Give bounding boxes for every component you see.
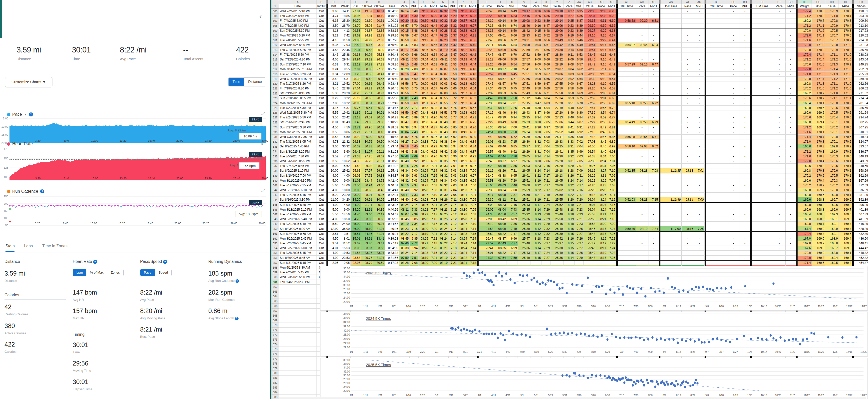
cell-BH-315[interactable]: - [740, 57, 750, 62]
cell-AS-346[interactable] [660, 207, 681, 212]
cell-M-320[interactable]: 6.66 [429, 81, 438, 86]
hidden-column-divider[interactable] [327, 260, 328, 265]
hidden-column-divider[interactable] [659, 265, 660, 270]
cell-T-351[interactable]: 08:22 [494, 232, 506, 236]
cell-CG-352[interactable]: 169.0 [811, 236, 825, 241]
cell-G-315[interactable]: 29.32 [361, 57, 373, 62]
cell-CF-329[interactable]: 171.2 [798, 125, 811, 130]
cell-AD-335[interactable]: 7.00 [607, 154, 616, 159]
expand-icon[interactable]: ⤢ [261, 188, 265, 193]
cell-BT-375[interactable] [773, 347, 785, 351]
hidden-column-divider[interactable] [796, 236, 798, 241]
cell-S-307[interactable]: 28:39 [478, 19, 494, 23]
cell-E-335[interactable]: 7.12 [339, 154, 351, 159]
hidden-column-divider[interactable] [477, 62, 478, 67]
cell-Z-360[interactable]: 8:17 [563, 275, 575, 280]
cell-CG-379[interactable] [811, 366, 825, 370]
cell-BG-305[interactable]: - [727, 9, 740, 14]
cell-Q-355[interactable]: 7.14 [468, 251, 477, 255]
cell-I-380[interactable] [385, 371, 399, 375]
cell-Q-366[interactable] [468, 304, 477, 308]
cell-Q-340[interactable]: 6.99 [468, 178, 477, 183]
hidden-column-divider[interactable] [796, 62, 798, 67]
hidden-column-divider[interactable] [477, 183, 478, 188]
cell-AS-369[interactable] [660, 318, 681, 323]
cell-CF-333[interactable]: 166.6 [798, 144, 811, 149]
cell-M-322[interactable]: 6.70 [429, 91, 438, 96]
cell-D-379[interactable] [328, 366, 339, 370]
cell-CI-364[interactable] [839, 294, 852, 299]
cell-AH-376[interactable] [648, 351, 659, 356]
help-icon[interactable]: ? [93, 260, 97, 264]
cell-P-354[interactable]: 08:24 [457, 246, 468, 251]
header-AG[interactable]: Pace [636, 4, 648, 9]
hidden-column-divider[interactable] [659, 226, 660, 232]
cell-AC-357[interactable]: - [596, 260, 607, 265]
cell-AG-319[interactable]: - [636, 76, 648, 81]
cell-Y-334[interactable]: 26:41 [551, 149, 563, 154]
cell-D-323[interactable]: 3.22 [328, 96, 339, 101]
cell-Y-344[interactable]: 25:55 [551, 197, 563, 203]
cell-M-371[interactable] [429, 328, 438, 332]
cell-BH-322[interactable]: - [740, 91, 750, 96]
cell-CH-314[interactable]: 171.1 [825, 52, 839, 57]
cell-V-312[interactable]: 28:08 [518, 43, 531, 48]
hidden-column-divider[interactable] [616, 207, 618, 212]
cell-BU-332[interactable]: - [785, 140, 796, 144]
cell-AU-312[interactable]: - [694, 43, 704, 48]
cell-O-371[interactable] [448, 328, 457, 332]
cell-CI-332[interactable]: 170.5 [839, 140, 852, 144]
cell-BU-362[interactable] [785, 284, 796, 289]
cell-CK-353[interactable]: 440.41 [854, 241, 868, 246]
cell-CI-321[interactable]: 171.0 [839, 86, 852, 91]
cell-U-370[interactable] [506, 323, 518, 328]
cell-AT-356[interactable]: - [681, 255, 694, 260]
hidden-column-divider[interactable] [750, 356, 752, 361]
cell-D-333[interactable]: 9.00 [328, 144, 339, 149]
cell-AD-349[interactable]: 7.20 [607, 222, 616, 226]
cell-M-349[interactable]: 7.17 [429, 222, 438, 226]
cell-AC-374[interactable] [596, 342, 607, 346]
cell-BF-316[interactable] [706, 62, 727, 67]
cell-W-380[interactable] [531, 371, 541, 375]
cell-K-350[interactable]: 7.15 [409, 226, 418, 232]
cell-M-373[interactable] [429, 337, 438, 342]
header-P[interactable]: 21DA [457, 4, 468, 9]
cell-AU-377[interactable] [694, 356, 704, 361]
hidden-column-divider[interactable] [327, 328, 328, 332]
cell-BH-369[interactable] [740, 318, 750, 323]
hidden-column-divider[interactable] [704, 178, 706, 183]
cell-O-327[interactable]: 6.77 [448, 115, 457, 120]
cell-O-323[interactable]: 6.72 [448, 96, 457, 101]
cell-AA-383[interactable] [575, 385, 584, 390]
cell-T-377[interactable] [494, 356, 506, 361]
cell-BU-307[interactable]: - [785, 19, 796, 23]
cell-T-330[interactable]: 08:00 [494, 130, 506, 134]
cell-BS-380[interactable] [752, 371, 773, 375]
cell-AA-325[interactable]: 6.82 [575, 105, 584, 110]
cell-G-350[interactable]: 35.10 [361, 226, 373, 232]
hidden-column-divider[interactable] [616, 110, 618, 115]
cell-Y-337[interactable]: 26:20 [551, 164, 563, 168]
cell-H-342[interactable]: 28.48 [373, 188, 385, 192]
cell-BU-360[interactable]: - [785, 275, 796, 280]
cell-AC-367[interactable] [596, 308, 607, 313]
cell-AA-371[interactable] [575, 328, 584, 332]
hidden-column-divider[interactable] [327, 183, 328, 188]
cell-BH-353[interactable]: - [740, 241, 750, 246]
cell-CK-332[interactable]: 324.07 [854, 140, 868, 144]
cell-CI-355[interactable]: 169.1 [839, 251, 852, 255]
cell-T-350[interactable]: 08:00 [494, 226, 506, 232]
cell-K-381[interactable] [409, 375, 418, 380]
cell-AB-356[interactable]: 25:43 [584, 255, 596, 260]
cell-P-316[interactable]: 09:19 [457, 62, 468, 67]
cell-BG-334[interactable]: - [727, 149, 740, 154]
cell-A-323[interactable]: Sun 7/20/2025 8:35 PM [279, 96, 316, 101]
cell-AB-374[interactable] [584, 342, 596, 346]
cell-M-368[interactable] [429, 313, 438, 318]
hidden-column-divider[interactable] [477, 347, 478, 351]
hidden-column-divider[interactable] [616, 294, 618, 299]
cell-AS-328[interactable] [660, 120, 681, 125]
cell-I-311[interactable]: 0:37:26 [385, 38, 399, 43]
cell-AA-334[interactable]: 6.99 [575, 149, 584, 154]
